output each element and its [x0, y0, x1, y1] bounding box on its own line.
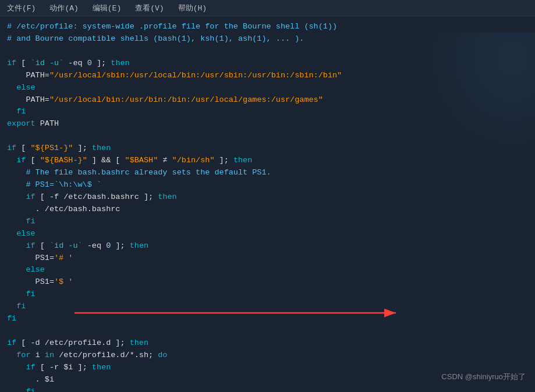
code-line-17: fi	[7, 216, 528, 228]
code-line-27: if [ -d /etc/profile.d ]; then	[7, 337, 528, 350]
code-line-25: fi	[7, 313, 528, 325]
code-line-2: # and Bourne compatible shells (bash(1),…	[7, 33, 528, 45]
code-line-9: export PATH	[7, 118, 528, 130]
code-line-23: fi	[7, 288, 528, 301]
code-line-24: fi	[7, 301, 528, 313]
code-line-18: else	[7, 228, 528, 240]
menu-bar: 文件(F) 动作(A) 编辑(E) 查看(V) 帮助(H)	[0, 0, 535, 16]
code-line-4: if [ `id -u` -eq 0 ]; then	[7, 58, 528, 70]
code-line-blank2	[7, 130, 528, 142]
watermark: CSDN @shiniyruo开始了	[441, 371, 526, 383]
code-line-7: PATH="/usr/local/bin:/usr/bin:/bin:/usr/…	[7, 94, 528, 106]
code-line-6: else	[7, 82, 528, 94]
code-editor: # /etc/profile: system-wide .profile fil…	[0, 16, 535, 392]
code-line-20: PS1='# '	[7, 252, 528, 265]
menu-edit[interactable]: 编辑(E)	[90, 2, 123, 15]
code-line-8: fi	[7, 106, 528, 118]
code-line-19: if [ `id -u` -eq 0 ]; then	[7, 240, 528, 252]
code-line-11: if [ "${PS1-}" ]; then	[7, 142, 528, 155]
menu-file[interactable]: 文件(F)	[5, 2, 38, 15]
code-line-blank1	[7, 45, 528, 58]
code-line-22: PS1='$ '	[7, 276, 528, 288]
code-line-28: for i in /etc/profile.d/*.sh; do	[7, 350, 528, 362]
code-line-5: PATH="/usr/local/sbin:/usr/local/bin:/us…	[7, 70, 528, 82]
code-line-1: # /etc/profile: system-wide .profile fil…	[7, 21, 528, 33]
code-line-15: if [ -f /etc/bash.bashrc ]; then	[7, 191, 528, 204]
menu-action[interactable]: 动作(A)	[47, 2, 80, 15]
code-line-21: else	[7, 264, 528, 276]
code-line-12: if [ "${BASH-}" ] && [ "$BASH" ≠ "/bin/s…	[7, 155, 528, 167]
code-line-14: # PS1=`\h:\w\$ `	[7, 179, 528, 191]
code-line-blank3	[7, 325, 528, 337]
code-line-13: # The file bash.bashrc already sets the …	[7, 167, 528, 179]
code-line-31: fi	[7, 386, 528, 392]
code-line-16: . /etc/bash.bashrc	[7, 204, 528, 216]
menu-help[interactable]: 帮助(H)	[176, 2, 209, 15]
menu-view[interactable]: 查看(V)	[133, 2, 166, 15]
